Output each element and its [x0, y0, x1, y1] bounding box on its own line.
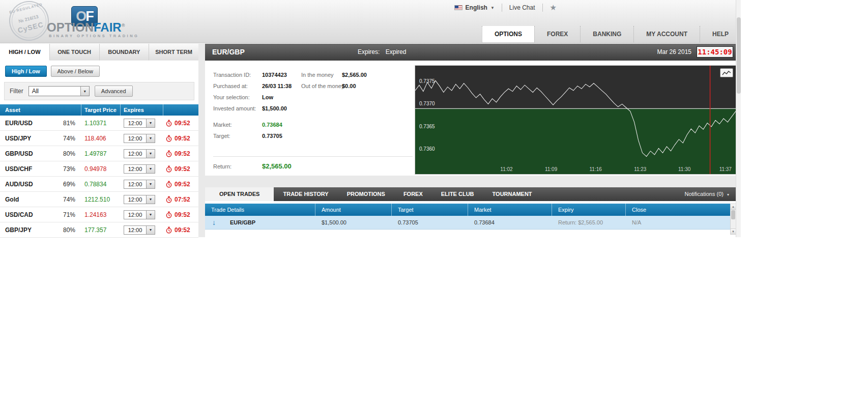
countdown-time: 07:52 — [175, 196, 190, 203]
expiry-dropdown[interactable]: 12:00 ▼ — [124, 134, 155, 143]
scroll-down-icon[interactable]: ▼ — [731, 229, 736, 234]
expiry-dropdown[interactable]: 12:00 ▼ — [124, 119, 155, 128]
live-chat-label: Live Chat — [509, 4, 535, 11]
language-label: English — [466, 4, 487, 11]
asset-row[interactable]: GBP/JPY 80% 177.357 12:00 ▼ — [0, 222, 198, 238]
dropdown-arrow-icon[interactable]: ▼ — [146, 150, 155, 158]
dropdown-arrow-icon[interactable]: ▼ — [146, 119, 155, 127]
filter-select[interactable]: All ▼ — [28, 86, 90, 96]
language-selector[interactable]: English ▼ — [447, 4, 502, 12]
scroll-up-icon[interactable]: ▲ — [731, 204, 736, 210]
purchased-at-value: 26/03 11:38 — [262, 83, 292, 89]
dropdown-arrow-icon[interactable]: ▼ — [146, 165, 155, 173]
scrollbar-thumb[interactable] — [731, 210, 735, 219]
svg-text:0.7365: 0.7365 — [419, 124, 435, 129]
bottom-tab[interactable]: ELITE CLUB — [432, 187, 483, 201]
trade-pair-title: EUR/GBP — [212, 48, 245, 56]
asset-name: GBP/JPY — [5, 227, 32, 234]
brand-logo: EU REGULATED № 216/13 CySEC OF OPTIONFAI… — [5, 0, 158, 43]
chevron-down-icon: ▾ — [727, 192, 729, 197]
nav-tab[interactable]: MY ACCOUNT — [633, 26, 700, 42]
asset-row[interactable]: USD/JPY 74% 118.406 12:00 ▼ — [0, 131, 198, 146]
countdown-time: 09:52 — [175, 211, 190, 218]
target-column-header: Target — [392, 204, 468, 216]
bottom-tab[interactable]: TOURNAMENT — [483, 187, 541, 201]
asset-name: AUD/USD — [5, 181, 33, 188]
nav-tab[interactable]: OPTIONS — [482, 26, 534, 42]
expiry-dropdown[interactable]: 12:00 ▼ — [124, 149, 155, 158]
dropdown-arrow-icon[interactable]: ▼ — [80, 87, 89, 96]
expiry-dropdown[interactable]: 12:00 ▼ — [124, 210, 155, 219]
page-scrollbar[interactable] — [736, 0, 741, 237]
asset-target-price: 118.406 — [84, 135, 106, 142]
expiry-dropdown[interactable]: 12:00 ▼ — [124, 225, 155, 235]
expiry-column-header: Expiry — [552, 204, 626, 216]
dropdown-arrow-icon[interactable]: ▼ — [146, 195, 155, 204]
option-type-tab[interactable]: HIGH / LOW — [0, 44, 50, 61]
asset-name: GBP/USD — [5, 150, 33, 157]
dropdown-arrow-icon[interactable]: ▼ — [146, 211, 155, 219]
brand-name: OPTIONFAIR® — [47, 20, 125, 35]
notifications-dropdown[interactable]: Notifications (0) ▾ — [685, 187, 737, 201]
dropdown-arrow-icon[interactable]: ▼ — [146, 180, 155, 188]
dropdown-arrow-icon[interactable]: ▼ — [146, 134, 155, 143]
bottom-tab[interactable]: OPEN TRADES — [205, 187, 274, 201]
page-scrollbar-thumb[interactable] — [737, 17, 741, 94]
open-trade-row[interactable]: ↓ EUR/GBP $1,500.00 0.73705 0.73684 Retu… — [205, 216, 730, 230]
countdown-time: 09:52 — [175, 181, 190, 188]
chart-type-button[interactable] — [720, 68, 733, 77]
asset-table-body: EUR/USD 81% 1.10371 12:00 ▼ — [0, 116, 198, 238]
main-nav: OPTIONS FOREX BANKING MY ACCOUNT HELP — [482, 26, 741, 42]
notifications-label: Notifications (0) — [685, 191, 724, 197]
nav-tab[interactable]: FOREX — [534, 26, 580, 42]
transaction-id-label: Transaction ID: — [213, 72, 251, 78]
countdown-clock-icon — [165, 211, 172, 218]
in-the-money-label: In the money — [301, 72, 334, 78]
bottom-tab[interactable]: TRADE HISTORY — [274, 187, 337, 201]
details-divider — [213, 156, 413, 157]
asset-payout-percent: 74% — [63, 196, 75, 203]
nav-tab[interactable]: HELP — [700, 26, 741, 42]
asset-row[interactable]: GBP/USD 80% 1.49787 12:00 ▼ — [0, 146, 198, 161]
favorites-button[interactable]: ★ — [542, 4, 564, 12]
return-value: $2,565.00 — [262, 162, 292, 170]
asset-payout-percent: 69% — [63, 181, 75, 188]
high-low-mode-button[interactable]: High / Low — [5, 66, 47, 77]
invested-amount-label: Invested amount: — [213, 105, 256, 111]
asset-target-price: 1.10371 — [84, 120, 106, 127]
asset-row[interactable]: USD/CAD 71% 1.24163 12:00 ▼ — [0, 207, 198, 222]
above-below-mode-button[interactable]: Above / Below — [51, 66, 100, 77]
bottom-tab[interactable]: FOREX — [394, 187, 432, 201]
bottom-tab[interactable]: PROMOTIONS — [338, 187, 394, 201]
dropdown-arrow-icon[interactable]: ▼ — [146, 226, 155, 234]
countdown-time: 09:52 — [175, 165, 190, 173]
expiry-dropdown[interactable]: 12:00 ▼ — [124, 164, 155, 174]
option-type-tab[interactable]: ONE TOUCH — [50, 44, 100, 61]
svg-text:11:16: 11:16 — [590, 166, 602, 172]
advanced-button[interactable]: Advanced — [95, 86, 133, 97]
expiry-dropdown[interactable]: 12:00 ▼ — [124, 180, 155, 189]
asset-payout-percent: 80% — [63, 150, 75, 157]
asset-row[interactable]: Gold 74% 1212.510 12:00 ▼ — [0, 192, 198, 207]
asset-target-price: 1.49787 — [84, 150, 106, 157]
option-type-tab[interactable]: BOUNDARY — [100, 44, 150, 61]
expiry-value: 12:00 — [124, 165, 146, 173]
countdown-time: 09:52 — [175, 135, 190, 142]
asset-row[interactable]: EUR/USD 81% 1.10371 12:00 ▼ — [0, 116, 198, 131]
expiry-dropdown[interactable]: 12:00 ▼ — [124, 195, 155, 204]
asset-row[interactable]: AUD/USD 69% 0.78834 12:00 ▼ — [0, 177, 198, 192]
nav-tab[interactable]: BANKING — [580, 26, 633, 42]
timer-column-header — [163, 104, 198, 116]
your-selection-value: Low — [262, 94, 273, 100]
top-header: EU REGULATED № 216/13 CySEC OF OPTIONFAI… — [0, 0, 741, 43]
live-chat-link[interactable]: Live Chat — [502, 4, 542, 12]
expires-column-header: Expires — [121, 104, 163, 116]
asset-row[interactable]: USD/CHF 73% 0.94978 12:00 ▼ — [0, 161, 198, 177]
cysec-regulation-stamp: EU REGULATED № 216/13 CySEC — [5, 0, 53, 45]
expiry-value: 12:00 — [124, 211, 146, 219]
countdown-time: 09:52 — [175, 150, 190, 157]
expiry-value: 12:00 — [124, 180, 146, 188]
option-type-tab[interactable]: SHORT TERM — [149, 44, 198, 61]
trade-target: 0.73705 — [392, 219, 468, 225]
trade-pair: EUR/GBP — [230, 219, 255, 225]
